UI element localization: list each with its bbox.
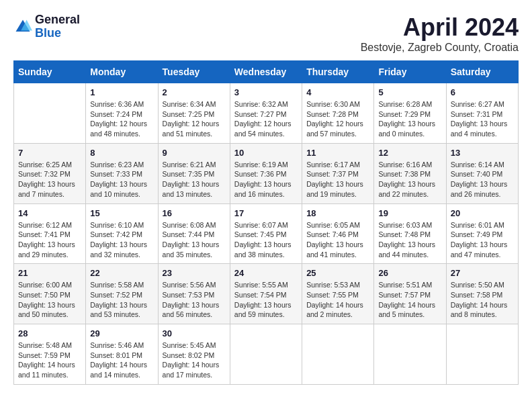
- day-number: 4: [306, 87, 369, 97]
- day-number: 25: [306, 268, 369, 278]
- day-info: Sunrise: 6:34 AM Sunset: 7:25 PM Dayligh…: [163, 99, 226, 139]
- calendar-table: SundayMondayTuesdayWednesdayThursdayFrid…: [13, 60, 519, 385]
- day-info: Sunrise: 5:45 AM Sunset: 8:02 PM Dayligh…: [163, 340, 226, 380]
- calendar-cell: 12Sunrise: 6:16 AM Sunset: 7:38 PM Dayli…: [374, 143, 446, 203]
- calendar-cell: 16Sunrise: 6:08 AM Sunset: 7:44 PM Dayli…: [158, 203, 230, 264]
- day-info: Sunrise: 5:48 AM Sunset: 7:59 PM Dayligh…: [18, 340, 81, 380]
- day-number: 1: [90, 87, 153, 97]
- calendar-cell: 28Sunrise: 5:48 AM Sunset: 7:59 PM Dayli…: [14, 324, 86, 385]
- calendar-cell: 21Sunrise: 6:00 AM Sunset: 7:50 PM Dayli…: [14, 264, 86, 324]
- calendar-cell: 29Sunrise: 5:46 AM Sunset: 8:01 PM Dayli…: [86, 324, 158, 385]
- day-info: Sunrise: 6:00 AM Sunset: 7:50 PM Dayligh…: [18, 280, 81, 320]
- calendar-cell: 9Sunrise: 6:21 AM Sunset: 7:35 PM Daylig…: [158, 143, 230, 203]
- day-number: 2: [163, 87, 226, 97]
- day-number: 20: [451, 208, 514, 218]
- day-number: 17: [234, 208, 298, 218]
- calendar-cell: 17Sunrise: 6:07 AM Sunset: 7:45 PM Dayli…: [230, 203, 302, 264]
- day-info: Sunrise: 6:05 AM Sunset: 7:46 PM Dayligh…: [306, 220, 369, 260]
- day-info: Sunrise: 5:53 AM Sunset: 7:55 PM Dayligh…: [306, 280, 369, 320]
- day-number: 14: [18, 208, 81, 218]
- calendar-cell: 19Sunrise: 6:03 AM Sunset: 7:48 PM Dayli…: [374, 203, 446, 264]
- day-number: 13: [451, 148, 514, 158]
- day-number: 29: [90, 328, 153, 338]
- calendar-cell: [14, 83, 86, 144]
- logo: General Blue: [13, 13, 80, 40]
- day-number: 18: [306, 208, 369, 218]
- calendar-cell: 3Sunrise: 6:32 AM Sunset: 7:27 PM Daylig…: [230, 83, 302, 144]
- day-info: Sunrise: 6:08 AM Sunset: 7:44 PM Dayligh…: [163, 220, 226, 260]
- calendar-week-row: 14Sunrise: 6:12 AM Sunset: 7:41 PM Dayli…: [14, 203, 519, 264]
- day-number: 16: [163, 208, 226, 218]
- location-title: Bestovje, Zagreb County, Croatia: [361, 42, 519, 54]
- day-info: Sunrise: 5:56 AM Sunset: 7:53 PM Dayligh…: [163, 280, 226, 320]
- calendar-cell: 8Sunrise: 6:23 AM Sunset: 7:33 PM Daylig…: [86, 143, 158, 203]
- calendar-cell: [302, 324, 374, 385]
- logo-general-text: General: [35, 13, 80, 27]
- calendar-week-row: 7Sunrise: 6:25 AM Sunset: 7:32 PM Daylig…: [14, 143, 519, 203]
- calendar-cell: 11Sunrise: 6:17 AM Sunset: 7:37 PM Dayli…: [302, 143, 374, 203]
- calendar-cell: 25Sunrise: 5:53 AM Sunset: 7:55 PM Dayli…: [302, 264, 374, 324]
- weekday-header: Saturday: [446, 61, 518, 83]
- day-info: Sunrise: 6:12 AM Sunset: 7:41 PM Dayligh…: [18, 220, 81, 260]
- day-number: 3: [234, 87, 298, 97]
- day-number: 24: [234, 268, 298, 278]
- calendar-cell: 22Sunrise: 5:58 AM Sunset: 7:52 PM Dayli…: [86, 264, 158, 324]
- day-number: 21: [18, 268, 81, 278]
- day-number: 9: [163, 148, 226, 158]
- day-number: 7: [18, 148, 81, 158]
- day-info: Sunrise: 6:19 AM Sunset: 7:36 PM Dayligh…: [234, 160, 298, 199]
- day-number: 28: [18, 328, 81, 338]
- calendar-cell: 5Sunrise: 6:28 AM Sunset: 7:29 PM Daylig…: [374, 83, 446, 144]
- logo-blue-text: Blue: [35, 27, 80, 40]
- calendar-week-row: 21Sunrise: 6:00 AM Sunset: 7:50 PM Dayli…: [14, 264, 519, 324]
- weekday-header: Thursday: [302, 61, 374, 83]
- calendar-cell: [230, 324, 302, 385]
- calendar-cell: 7Sunrise: 6:25 AM Sunset: 7:32 PM Daylig…: [14, 143, 86, 203]
- weekday-header: Friday: [374, 61, 446, 83]
- day-number: 5: [378, 87, 441, 97]
- day-number: 27: [451, 268, 514, 278]
- day-info: Sunrise: 6:16 AM Sunset: 7:38 PM Dayligh…: [378, 160, 441, 199]
- day-number: 10: [234, 148, 298, 158]
- calendar-cell: 15Sunrise: 6:10 AM Sunset: 7:42 PM Dayli…: [86, 203, 158, 264]
- day-info: Sunrise: 6:30 AM Sunset: 7:28 PM Dayligh…: [306, 99, 369, 139]
- calendar-cell: 13Sunrise: 6:14 AM Sunset: 7:40 PM Dayli…: [446, 143, 518, 203]
- day-info: Sunrise: 6:32 AM Sunset: 7:27 PM Dayligh…: [234, 99, 298, 139]
- calendar-week-row: 1Sunrise: 6:36 AM Sunset: 7:24 PM Daylig…: [14, 83, 519, 144]
- day-number: 23: [163, 268, 226, 278]
- weekday-header: Wednesday: [230, 61, 302, 83]
- day-info: Sunrise: 6:03 AM Sunset: 7:48 PM Dayligh…: [378, 220, 441, 260]
- calendar-cell: 14Sunrise: 6:12 AM Sunset: 7:41 PM Dayli…: [14, 203, 86, 264]
- logo-text: General Blue: [35, 13, 80, 40]
- day-info: Sunrise: 5:51 AM Sunset: 7:57 PM Dayligh…: [378, 280, 441, 320]
- day-info: Sunrise: 6:27 AM Sunset: 7:31 PM Dayligh…: [451, 99, 514, 139]
- day-number: 6: [451, 87, 514, 97]
- weekday-header: Tuesday: [158, 61, 230, 83]
- day-info: Sunrise: 5:46 AM Sunset: 8:01 PM Dayligh…: [90, 340, 153, 380]
- calendar-cell: [374, 324, 446, 385]
- calendar-cell: 10Sunrise: 6:19 AM Sunset: 7:36 PM Dayli…: [230, 143, 302, 203]
- day-number: 19: [378, 208, 441, 218]
- calendar-cell: [446, 324, 518, 385]
- month-title: April 2024: [361, 13, 519, 42]
- logo-icon: [13, 17, 32, 36]
- calendar-cell: 30Sunrise: 5:45 AM Sunset: 8:02 PM Dayli…: [158, 324, 230, 385]
- day-number: 22: [90, 268, 153, 278]
- calendar-cell: 23Sunrise: 5:56 AM Sunset: 7:53 PM Dayli…: [158, 264, 230, 324]
- day-info: Sunrise: 5:58 AM Sunset: 7:52 PM Dayligh…: [90, 280, 153, 320]
- day-info: Sunrise: 6:36 AM Sunset: 7:24 PM Dayligh…: [90, 99, 153, 139]
- day-info: Sunrise: 6:17 AM Sunset: 7:37 PM Dayligh…: [306, 160, 369, 199]
- day-info: Sunrise: 5:55 AM Sunset: 7:54 PM Dayligh…: [234, 280, 298, 320]
- calendar-cell: 6Sunrise: 6:27 AM Sunset: 7:31 PM Daylig…: [446, 83, 518, 144]
- day-info: Sunrise: 6:10 AM Sunset: 7:42 PM Dayligh…: [90, 220, 153, 260]
- day-number: 12: [378, 148, 441, 158]
- calendar-cell: 24Sunrise: 5:55 AM Sunset: 7:54 PM Dayli…: [230, 264, 302, 324]
- calendar-cell: 27Sunrise: 5:50 AM Sunset: 7:58 PM Dayli…: [446, 264, 518, 324]
- day-info: Sunrise: 6:25 AM Sunset: 7:32 PM Dayligh…: [18, 160, 81, 199]
- page-header: General Blue April 2024 Bestovje, Zagreb…: [13, 13, 519, 54]
- title-section: April 2024 Bestovje, Zagreb County, Croa…: [361, 13, 519, 54]
- day-info: Sunrise: 6:14 AM Sunset: 7:40 PM Dayligh…: [451, 160, 514, 199]
- weekday-header: Sunday: [14, 61, 86, 83]
- calendar-cell: 20Sunrise: 6:01 AM Sunset: 7:49 PM Dayli…: [446, 203, 518, 264]
- day-info: Sunrise: 5:50 AM Sunset: 7:58 PM Dayligh…: [451, 280, 514, 320]
